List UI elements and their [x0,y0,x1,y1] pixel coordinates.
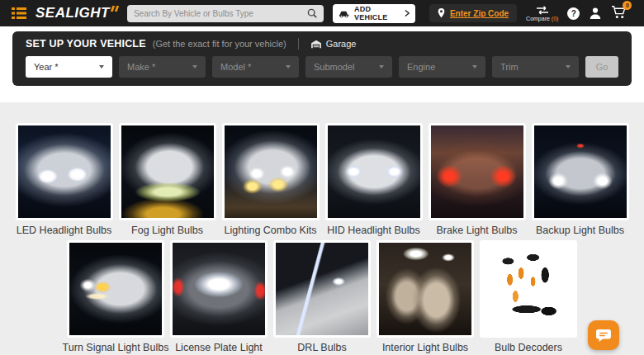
category-brake-light[interactable]: Brake Light Bulbs [429,123,526,236]
engine-select[interactable]: Engine [399,56,485,78]
model-select[interactable]: Model * [212,56,299,78]
car-icon [339,9,350,18]
compare-count: (0) [552,16,559,21]
vehicle-setup-panel: SET UP YOUR VEHICLE (Get the exact fit f… [12,31,632,86]
setup-title: SET UP YOUR VEHICLE [26,38,146,50]
location-pin-icon [438,8,445,18]
category-photo-license-plate [170,240,268,338]
category-section: LED Headlight Bulbs Fog Light Bulbs Ligh… [0,102,644,355]
zip-code-button[interactable]: Enter Zip Code [429,4,517,22]
category-turn-signal[interactable]: Turn Signal Light Bulbs [67,240,164,355]
category-fog-light[interactable]: Fog Light Bulbs [119,123,216,236]
category-backup-light[interactable]: Backup Light Bulbs [532,123,629,236]
category-row-1: LED Headlight Bulbs Fog Light Bulbs Ligh… [0,123,644,236]
garage-icon [310,40,322,49]
category-photo-interior-light [376,240,474,338]
help-button[interactable]: ? [567,7,580,20]
go-button[interactable]: Go [585,56,618,78]
help-glyph: ? [571,9,576,18]
compare-arrows-icon [536,6,549,15]
trim-select[interactable]: Trim [492,56,579,78]
category-lighting-combo[interactable]: Lighting Combo Kits [222,123,320,236]
category-label: Backup Light Bulbs [523,225,638,236]
category-label: Fog Light Bulbs [110,225,225,236]
category-photo-fog-light [119,123,216,220]
category-label: Lighting Combo Kits [213,225,329,236]
category-photo-led-headlight [16,123,113,220]
category-drl[interactable]: DRL Bulbs [273,240,371,355]
category-label: Brake Light Bulbs [419,225,535,236]
category-bulb-decoders[interactable]: Bulb Decoders [480,240,577,355]
top-header: SEALIGHT ADD VEHICLE Enter Zip Code Comp… [0,0,644,26]
setup-subtitle: (Get the exact fit for your vehicle) [153,39,286,49]
category-hid-headlight[interactable]: HID Headlight Bulbs [325,123,423,236]
category-photo-turn-signal [67,240,164,338]
garage-link[interactable]: Garage [310,39,357,49]
zip-code-label: Enter Zip Code [450,9,509,18]
category-label: HID Headlight Bulbs [316,225,432,236]
add-vehicle-button[interactable]: ADD VEHICLE [333,4,415,23]
category-interior-light[interactable]: Interior Light Bulbs [376,240,474,355]
make-select[interactable]: Make * [119,56,206,78]
category-led-headlight[interactable]: LED Headlight Bulbs [16,123,113,236]
category-photo-hid-headlight [325,123,423,220]
add-vehicle-label: ADD VEHICLE [354,5,400,21]
search-icon[interactable] [307,8,317,18]
submodel-select[interactable]: Submodel [305,56,392,78]
category-label: Bulb Decoders [471,342,586,353]
category-label: License Plate Light Bulbs [161,342,277,355]
logo-text: SEALIGHT [36,5,110,21]
compare-button[interactable]: Compare (0) [526,6,558,21]
sealight-logo[interactable]: SEALIGHT [36,5,118,21]
category-label: Interior Light Bulbs [367,342,483,353]
chat-bubble-icon [595,329,612,343]
category-photo-brake-light [429,123,526,220]
search-input[interactable] [134,9,307,18]
garage-label: Garage [326,39,357,49]
search-bar[interactable] [127,5,324,22]
compare-label: Compare (0) [526,16,558,21]
category-row-2: Turn Signal Light Bulbs License Plate Li… [0,240,644,355]
cart-badge: 0 [623,1,632,10]
year-select[interactable]: Year * [26,56,112,78]
menu-icon[interactable] [12,7,26,19]
category-photo-backup-light [532,123,629,220]
logo-accent [111,6,118,12]
category-photo-bulb-decoders [480,240,577,338]
category-label: DRL Bulbs [264,342,380,353]
category-license-plate[interactable]: License Plate Light Bulbs [170,240,268,355]
account-icon[interactable] [589,7,602,20]
category-label: LED Headlight Bulbs [7,225,122,236]
category-label: Turn Signal Light Bulbs [58,342,173,353]
cart-button[interactable]: 0 [611,5,627,22]
divider [298,38,299,50]
category-photo-drl [273,240,371,338]
chevron-right-icon [405,9,410,17]
chat-widget-button[interactable] [588,320,619,350]
category-photo-lighting-combo [222,123,320,220]
